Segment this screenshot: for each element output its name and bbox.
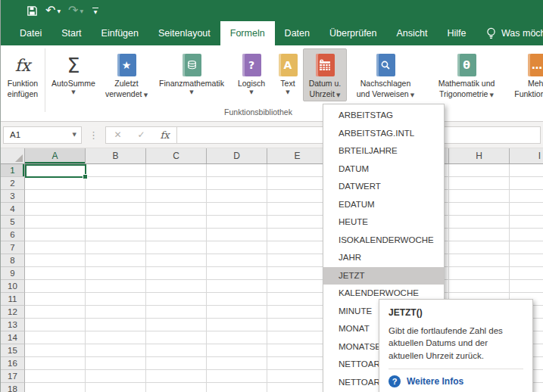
math-trig-book-icon: θ [457,51,476,79]
tab-einfügen[interactable]: Einfügen [92,21,148,45]
row-header-17[interactable]: 17 [1,370,25,383]
menu-item-heute[interactable]: HEUTE [323,213,444,232]
tab-datei[interactable]: Datei [10,21,51,45]
formula-bar-divider: ⋮ [89,129,98,141]
selected-cell-a1[interactable] [25,164,86,178]
bar-icon [92,8,98,8]
column-header-d[interactable]: D [207,148,267,163]
column-header-h[interactable]: H [449,148,510,163]
row-header-16[interactable]: 16 [1,357,25,370]
ribbon-button-autosumme[interactable]: ΣAutoSumme▼ [47,48,100,101]
menu-item-datum[interactable]: DATUM [323,160,444,179]
ribbon-button-label: Funktionen ▼ [514,89,543,100]
more-functions-book-icon: … [528,51,543,79]
tooltip-description: Gibt die fortlaufende Zahl des aktuellen… [389,325,523,362]
row-header-7[interactable]: 7 [1,241,25,254]
menu-item-jetzt[interactable]: JETZT [323,267,444,285]
tab-formeln[interactable]: Formeln [220,21,275,45]
column-headers: ABCDEFGHI [1,148,543,164]
ribbon-button-label: Zuletzt [114,79,139,89]
row-header-11[interactable]: 11 [1,293,25,306]
ribbon-button-nachschlagen-verweisen[interactable]: Nachschlagenund Verweisen ▼ [347,48,424,101]
enter-icon[interactable]: ✓ [130,129,153,140]
ribbon-button-label: Funktion [8,79,38,89]
row-header-13[interactable]: 13 [1,319,25,331]
row-header-15[interactable]: 15 [1,344,25,357]
column-header-a[interactable]: A [25,148,86,163]
column-header-e[interactable]: E [267,148,328,163]
row-header-18[interactable]: 18 [1,383,25,392]
fx-icon: fx [15,51,31,79]
fill-handle[interactable] [83,174,88,179]
menu-item-jahr[interactable]: JAHR [323,249,444,267]
ribbon-button-label: Nachschlagen [360,79,411,89]
chevron-down-icon: ▼ [80,8,83,14]
tab-label: Daten [285,28,310,39]
menu-item-edatum[interactable]: EDATUM [323,196,444,214]
chevron-down-icon: ▼ [409,92,415,98]
chevron-down-icon: ▼ [189,89,193,97]
tab-hilfe[interactable]: Hilfe [438,21,476,45]
column-header-c[interactable]: C [146,148,207,163]
undo-button[interactable]: ↶▼ [42,2,64,19]
ribbon-button-logisch[interactable]: ?Logisch▼ [230,48,273,101]
row-header-3[interactable]: 3 [1,190,25,203]
chevron-down-icon: ▼ [335,92,341,98]
cancel-icon[interactable]: ✕ [106,129,130,140]
group-divider [45,48,45,112]
menu-item-isokalenderwoche[interactable]: ISOKALENDERWOCHE [323,232,444,250]
ribbon-button-mehr-funktionen[interactable]: …MehrFunktionen ▼ [509,48,543,101]
save-icon[interactable] [23,2,41,19]
insert-function-icon[interactable]: fx [153,129,176,141]
row-header-6[interactable]: 6 [1,229,25,241]
tab-label: Überprüfen [329,28,377,39]
tell-me-more-label: Weitere Infos [407,376,463,387]
redo-button[interactable]: ↷▼ [65,2,86,19]
row-header-9[interactable]: 9 [1,267,25,280]
ribbon-button-datum-uhrzeit[interactable]: Datum u.Uhrzeit ▼ [303,48,347,101]
ribbon-button-funktion-einfuegen[interactable]: fxFunktioneinfügen [2,48,43,101]
menu-item-datwert[interactable]: DATWERT [323,178,444,196]
tell-me-box[interactable]: Was möchten Sie tun? [486,21,543,45]
tab-start[interactable]: Start [51,21,91,45]
tab-seitenlayout[interactable]: Seitenlayout [148,21,220,45]
row-header-1[interactable]: 1 [1,164,25,177]
row-header-14[interactable]: 14 [1,331,25,344]
row-header-12[interactable]: 12 [1,306,25,319]
tab-daten[interactable]: Daten [275,21,320,45]
chevron-down-icon: ▼ [57,8,61,14]
ribbon-tab-strip: DateiStartEinfügenSeitenlayoutFormelnDat… [1,21,543,45]
select-all-corner[interactable] [1,148,25,163]
menu-item-brteiljahre[interactable]: BRTEILJAHRE [323,142,444,160]
ribbon-button-finanzmathematik[interactable]: Finanzmathematik▼ [153,48,230,101]
menu-item-arbeitstag[interactable]: ARBEITSTAG [323,107,444,125]
row-header-5[interactable]: 5 [1,216,25,229]
ribbon-button-mathematik-trigonometrie[interactable]: θMathematik undTrigonometrie ▼ [424,48,509,101]
tell-me-more-link[interactable]: ? Weitere Infos [389,375,523,387]
menu-item-arbeitstag.intl[interactable]: ARBEITSTAG.INTL [323,125,444,143]
tooltip-title: JETZT() [389,307,523,318]
ribbon-button-zuletzt-verwendet[interactable]: ★Zuletztverwendet ▼ [100,48,153,101]
function-tooltip: JETZT() Gibt die fortlaufende Zahl des a… [379,299,533,392]
title-bar: ↶▼ ↷▼ ▼ [1,0,543,21]
tab-label: Seitenlayout [158,28,211,39]
tab-überprüfen[interactable]: Überprüfen [320,21,387,45]
chevron-down-icon: ▼ [73,132,76,138]
customize-quick-access-button[interactable]: ▼ [92,8,98,14]
ribbon-button-text[interactable]: AText▼ [273,48,303,101]
tab-ansicht[interactable]: Ansicht [387,21,438,45]
name-box[interactable]: A1 ▼ [3,126,82,144]
row-header-10[interactable]: 10 [1,280,25,293]
column-header-i[interactable]: I [510,148,543,163]
tooltip-divider [389,369,523,369]
quick-access-toolbar: ↶▼ ↷▼ ▼ [23,2,98,19]
row-header-4[interactable]: 4 [1,203,25,216]
column-header-b[interactable]: B [86,148,146,163]
chevron-down-icon: ▼ [71,89,75,97]
row-header-8[interactable]: 8 [1,254,25,267]
chevron-down-icon: ▼ [249,89,253,97]
formula-bar: A1 ▼ ⋮ ✕ ✓ fx [1,122,543,148]
tab-label: Formeln [230,28,265,39]
row-header-2[interactable]: 2 [1,177,25,190]
tab-label: Ansicht [397,28,428,39]
